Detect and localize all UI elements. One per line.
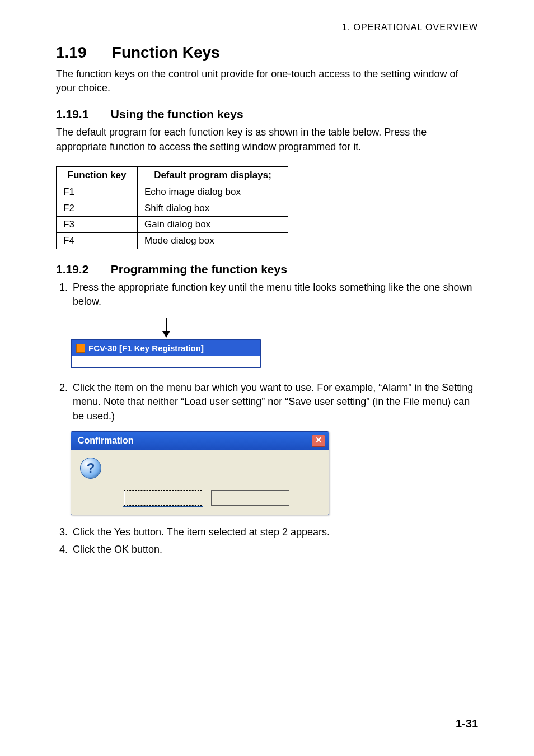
arrow-down-icon	[104, 318, 261, 339]
steps-list: Press the appropriate function key until…	[56, 281, 478, 309]
table-cell-prog: Echo image dialog box	[138, 184, 288, 200]
section-intro: The function keys on the control unit pr…	[56, 67, 478, 95]
table-row: F2 Shift dialog box	[57, 200, 288, 216]
step-1: Press the appropriate function key until…	[71, 281, 478, 309]
no-button[interactable]	[211, 490, 289, 506]
question-icon: ?	[80, 458, 101, 479]
titlebar-figure: FCV-30 [F1 Key Registration]	[71, 318, 261, 368]
running-head: 1. OPERATIONAL OVERVIEW	[56, 22, 478, 32]
steps-list-continued-2: Click the Yes button. The item selected …	[56, 525, 478, 557]
table-cell-key: F1	[57, 184, 138, 200]
page-number: 1-31	[456, 717, 478, 730]
subsection-1-number: 1.19.1	[56, 108, 107, 121]
registration-titlebar: FCV-30 [F1 Key Registration]	[71, 339, 261, 368]
subsection-2-title: Programming the function keys	[111, 263, 287, 276]
table-head-prog: Default program displays;	[138, 166, 288, 184]
app-icon	[76, 344, 85, 353]
subsection-1-heading: 1.19.1 Using the function keys	[56, 108, 478, 121]
table-row: F1 Echo image dialog box	[57, 184, 288, 200]
table-cell-key: F4	[57, 232, 138, 249]
subsection-1-title: Using the function keys	[111, 108, 243, 120]
close-icon[interactable]: ✕	[312, 435, 325, 447]
dialog-title: Confirmation	[78, 436, 134, 446]
subsection-1-intro: The default program for each function ke…	[56, 125, 478, 153]
section-heading: 1.19 Function Keys	[56, 44, 478, 62]
table-head-key: Function key	[57, 166, 138, 184]
table-cell-prog: Gain dialog box	[138, 216, 288, 232]
confirmation-dialog: Confirmation ✕ ?	[71, 431, 329, 515]
steps-list-continued: Click the item on the menu bar which you…	[56, 381, 478, 423]
section-number: 1.19	[56, 44, 107, 62]
table-cell-key: F2	[57, 200, 138, 216]
function-key-table: Function key Default program displays; F…	[56, 166, 288, 249]
table-row: F3 Gain dialog box	[57, 216, 288, 232]
section-title: Function Keys	[112, 44, 220, 61]
table-cell-prog: Mode dialog box	[138, 232, 288, 249]
subsection-2-number: 1.19.2	[56, 263, 107, 276]
yes-button[interactable]	[124, 490, 202, 506]
table-row: F4 Mode dialog box	[57, 232, 288, 249]
registration-titlebar-text: FCV-30 [F1 Key Registration]	[88, 343, 204, 353]
table-cell-key: F3	[57, 216, 138, 232]
step-4: Click the OK button.	[71, 543, 478, 557]
table-cell-prog: Shift dialog box	[138, 200, 288, 216]
subsection-2-heading: 1.19.2 Programming the function keys	[56, 263, 478, 276]
step-3: Click the Yes button. The item selected …	[71, 525, 478, 539]
step-2: Click the item on the menu bar which you…	[71, 381, 478, 423]
